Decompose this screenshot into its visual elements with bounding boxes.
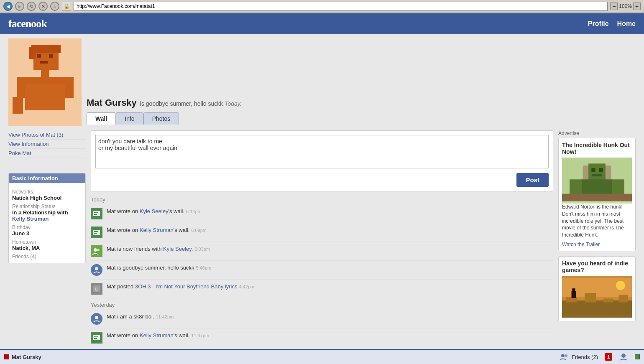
refresh-button[interactable]: ↻ bbox=[27, 2, 36, 11]
status-friends[interactable]: Friends (2) bbox=[560, 353, 598, 361]
profile-header: Mat Gursky is goodbye summer, hello suck… bbox=[0, 34, 644, 126]
zoom-control: − 100% + bbox=[610, 3, 641, 10]
svg-rect-51 bbox=[585, 293, 596, 303]
list-item: Mat wrote on Kelly Struman's wall.6:09pm bbox=[91, 223, 553, 242]
profile-pic bbox=[8, 38, 82, 126]
status-icon bbox=[91, 313, 102, 325]
svg-rect-5 bbox=[49, 54, 53, 58]
home-button[interactable]: ⌂ bbox=[50, 2, 59, 11]
online-indicator bbox=[635, 354, 640, 359]
right-sidebar: Advertise The Incredible Hunk Out Now! bbox=[558, 130, 636, 364]
svg-rect-49 bbox=[562, 300, 632, 316]
svg-point-57 bbox=[561, 354, 565, 357]
svg-rect-25 bbox=[93, 335, 100, 340]
svg-rect-44 bbox=[599, 168, 603, 172]
svg-rect-3 bbox=[29, 47, 36, 59]
ad-desc-1: Edward Norton is the hunk! Don't miss hi… bbox=[562, 204, 632, 239]
back-button[interactable]: ◀ bbox=[3, 2, 13, 11]
feed-link[interactable]: 3OH!3 - I'm Not Your Boyfriend Baby lyri… bbox=[135, 283, 238, 290]
ad-box-1: The Incredible Hunk Out Now! bbox=[558, 138, 636, 251]
birthday-value: June 3 bbox=[12, 230, 82, 237]
svg-rect-55 bbox=[572, 288, 575, 292]
profile-tabs: Wall Info Photos bbox=[87, 108, 242, 125]
svg-rect-46 bbox=[562, 194, 632, 201]
nav-profile[interactable]: Profile bbox=[588, 20, 609, 28]
svg-rect-18 bbox=[94, 233, 97, 234]
tab-photos[interactable]: Photos bbox=[143, 112, 179, 125]
content-area: View Photos of Mat (3) View Information … bbox=[0, 126, 644, 364]
feed-item-text: Mat is goodbye summer, hello suckk5:46pm bbox=[107, 264, 553, 272]
svg-rect-27 bbox=[94, 338, 97, 339]
feed-item-text: Mat wrote on Kelly Struman's wall.11:37p… bbox=[107, 332, 553, 339]
poke-link[interactable]: Poke Mat bbox=[8, 149, 86, 158]
svg-rect-39 bbox=[588, 163, 606, 181]
view-info-link[interactable]: View Information bbox=[8, 140, 86, 149]
svg-rect-15 bbox=[94, 214, 97, 215]
svg-rect-6 bbox=[40, 61, 48, 64]
today-label: Today bbox=[91, 196, 553, 203]
status-dot bbox=[4, 354, 9, 359]
fb-nav: Profile Home bbox=[588, 20, 636, 28]
svg-point-21 bbox=[95, 267, 98, 270]
status-icon bbox=[91, 264, 102, 276]
rel-status-link[interactable]: Kelly Struman bbox=[12, 216, 49, 222]
svg-rect-12 bbox=[25, 84, 65, 110]
wall-textarea[interactable]: don't you dare talk to me or my beautifu… bbox=[95, 135, 549, 168]
user-icon bbox=[619, 353, 628, 361]
forward-button[interactable]: ▶ bbox=[15, 2, 24, 11]
feed-item-text: Mat posted 3OH!3 - I'm Not Your Boyfrien… bbox=[107, 283, 553, 290]
networks-label: Networks: bbox=[12, 189, 82, 195]
feed-link[interactable]: Kelly Struman bbox=[140, 332, 174, 339]
svg-rect-52 bbox=[603, 298, 613, 302]
svg-point-20 bbox=[97, 249, 100, 251]
zoom-out-button[interactable]: − bbox=[610, 3, 618, 10]
feed-link[interactable]: Kelly Struman bbox=[140, 227, 174, 233]
feed-item-text: Mat wrote on Kyle Seeley's wall.6:14pm bbox=[107, 208, 553, 215]
indie-ad-image[interactable] bbox=[562, 276, 632, 318]
feed-item-text: Mat wrote on Kelly Struman's wall.6:09pm bbox=[107, 227, 553, 234]
feed-item-text: Mat i am a sk8r boi.11:42pm bbox=[107, 313, 553, 321]
zoom-in-button[interactable]: + bbox=[633, 3, 641, 10]
status-bar: Mat Gursky Friends (2) 1 bbox=[0, 349, 644, 364]
url-bar[interactable] bbox=[74, 2, 608, 11]
view-photos-link[interactable]: View Photos of Mat (3) bbox=[8, 130, 86, 140]
nav-home[interactable]: Home bbox=[617, 20, 636, 28]
svg-rect-11 bbox=[13, 97, 23, 114]
stop-button[interactable]: ✕ bbox=[38, 2, 48, 11]
security-icon: 🔒 bbox=[62, 2, 71, 11]
notification-badge[interactable]: 1 bbox=[605, 353, 612, 361]
rel-status-label: Relationship Status bbox=[12, 204, 82, 209]
tab-wall[interactable]: Wall bbox=[87, 112, 116, 125]
fb-header: facenook Profile Home bbox=[0, 13, 644, 34]
svg-point-24 bbox=[95, 316, 98, 319]
status-username: Mat Gursky bbox=[12, 354, 41, 360]
tab-info[interactable]: Info bbox=[116, 112, 143, 125]
music-icon: ♫ bbox=[91, 283, 102, 295]
svg-point-59 bbox=[621, 354, 626, 358]
hulk-ad-image[interactable] bbox=[562, 158, 632, 204]
feed-link[interactable]: Kyle Seeley bbox=[140, 208, 169, 214]
friends-label: Friends (4) bbox=[12, 254, 82, 260]
svg-text:♫: ♫ bbox=[94, 286, 98, 292]
svg-rect-17 bbox=[94, 231, 98, 232]
post-button[interactable]: Post bbox=[516, 173, 549, 187]
svg-rect-53 bbox=[618, 295, 628, 302]
list-item: Mat wrote on Kelly Struman's wall.11:37p… bbox=[91, 328, 553, 347]
svg-point-56 bbox=[616, 281, 625, 290]
ad-trailer-link[interactable]: Watch the Trailer bbox=[562, 242, 600, 247]
svg-rect-2 bbox=[31, 45, 61, 53]
feed-link[interactable]: Kyle Seeley bbox=[163, 246, 192, 252]
svg-point-58 bbox=[565, 354, 567, 357]
post-icon bbox=[91, 208, 102, 219]
list-item: Mat is goodbye summer, hello suckk5:46pm bbox=[91, 261, 553, 280]
basic-info-header: Basic Information bbox=[9, 173, 85, 183]
advertise-label: Advertise bbox=[558, 130, 636, 136]
profile-name: Mat Gursky bbox=[87, 97, 137, 108]
zoom-level: 100% bbox=[619, 3, 632, 9]
status-user: Mat Gursky bbox=[4, 354, 41, 360]
svg-point-19 bbox=[94, 248, 97, 252]
rel-status-value: In a Relationship with Kelly Struman bbox=[12, 209, 82, 222]
yesterday-label: Yesterday bbox=[91, 302, 553, 308]
svg-rect-14 bbox=[94, 212, 98, 213]
profile-status: is goodbye summer, hello suckk Today. bbox=[140, 100, 242, 107]
